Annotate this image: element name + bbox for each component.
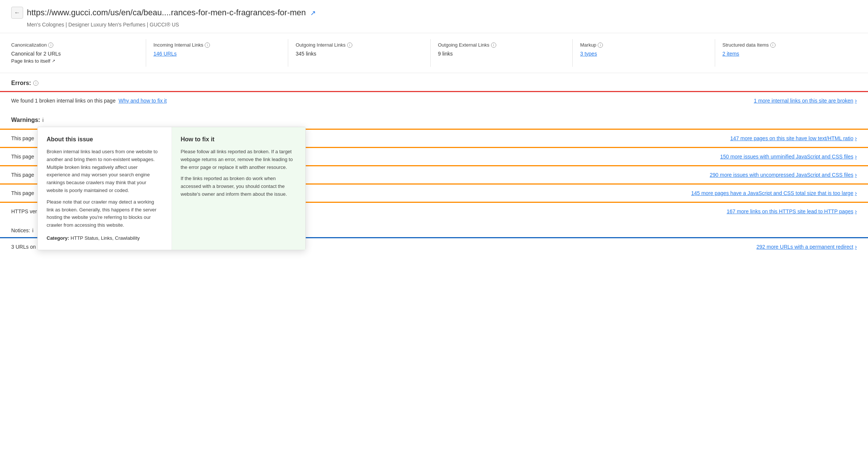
info-icon-outgoing-ext[interactable]: i xyxy=(491,43,496,48)
metric-label-markup: Markup xyxy=(580,42,596,48)
tooltip-right-panel: How to fix it Please follow all links re… xyxy=(172,127,306,250)
chevron-right-icon-w3: › xyxy=(855,190,857,196)
warning-4-right-text: 167 more links on this HTTPS site lead t… xyxy=(727,208,853,214)
error-row-0: We found 1 broken internal links on this… xyxy=(0,91,868,109)
chevron-right-icon-w4: › xyxy=(855,208,857,215)
tooltip-left-panel: About this issue Broken internal links l… xyxy=(38,127,172,250)
metric-value-canonicalization: Canonical for 2 URLs xyxy=(11,51,138,57)
metric-outgoing-internal: Outgoing Internal Links i 345 links xyxy=(288,39,431,67)
metric-structured-data: Structured data Items i 2 items xyxy=(715,39,857,67)
metric-label-outgoing-ext: Outgoing External Links xyxy=(438,42,490,48)
info-icon-warnings[interactable]: i xyxy=(43,117,44,123)
chevron-right-icon-w0: › xyxy=(855,135,857,142)
errors-section-header: Errors: i xyxy=(0,73,868,91)
notice-0-right-text: 292 more URLs with a permanent redirect xyxy=(757,244,853,250)
chevron-right-icon-w1: › xyxy=(855,153,857,160)
tooltip-fix-p1: Please follow all links reported as brok… xyxy=(181,148,297,171)
info-icon-outgoing-int[interactable]: i xyxy=(347,43,352,48)
tooltip-fix-p2: If the links reported as broken do work … xyxy=(181,175,297,198)
error-row-left: We found 1 broken internal links on this… xyxy=(11,98,167,104)
error-description: We found 1 broken internal links on this… xyxy=(11,98,116,104)
chevron-right-icon: › xyxy=(855,97,857,104)
tooltip-category-value: HTTP Status, Links, Crawlability xyxy=(70,235,139,241)
metric-label-structured: Structured data Items xyxy=(723,42,769,48)
metric-label-canonicalization: Canonicalization xyxy=(11,42,47,48)
tooltip-popup: About this issue Broken internal links l… xyxy=(37,127,306,250)
tooltip-about-body: Broken internal links lead users from on… xyxy=(47,148,163,229)
warning-3-left-text: This page xyxy=(11,190,34,196)
tooltip-fix-body: Please follow all links reported as brok… xyxy=(181,148,297,198)
errors-title: Errors: xyxy=(11,80,31,86)
warning-2-left-text: This page xyxy=(11,172,34,178)
tooltip-category: Category: HTTP Status, Links, Crawlabili… xyxy=(47,235,163,241)
tooltip-about-title: About this issue xyxy=(47,136,163,143)
page-url: https://www.gucci.com/us/en/ca/beau....r… xyxy=(27,8,316,18)
metric-value-markup[interactable]: 3 types xyxy=(580,51,707,57)
metric-value-outgoing-ext: 9 links xyxy=(438,51,565,57)
metric-sub-canonicalization[interactable]: Page links to itself ↗ xyxy=(11,58,138,64)
metric-label-outgoing-int: Outgoing Internal Links xyxy=(296,42,346,48)
metric-incoming-internal: Incoming Internal Links i 146 URLs xyxy=(146,39,289,67)
info-icon-errors[interactable]: i xyxy=(33,81,38,86)
warning-4-left-text: HTTPS ver xyxy=(11,208,37,214)
metric-markup: Markup i 3 types xyxy=(573,39,715,67)
warning-3-right-text: 145 more pages have a JavaScript and CSS… xyxy=(691,190,853,196)
warning-row-0-right[interactable]: 147 more pages on this site have low tex… xyxy=(730,135,857,142)
tooltip-category-label: Category: xyxy=(47,235,69,241)
warning-0-right-text: 147 more pages on this site have low tex… xyxy=(730,135,853,141)
warning-1-right-text: 150 more issues with unminified JavaScri… xyxy=(720,154,853,160)
back-arrow-icon: ← xyxy=(14,9,20,16)
notices-title: Notices: xyxy=(11,227,30,233)
chevron-right-icon-n0: › xyxy=(855,243,857,250)
info-icon-structured[interactable]: i xyxy=(770,43,776,48)
page-subtitle: Men's Colognes | Designer Luxury Men's P… xyxy=(0,21,868,33)
metric-canonicalization: Canonicalization i Canonical for 2 URLs … xyxy=(11,39,146,67)
chevron-right-icon-w2: › xyxy=(855,172,857,178)
info-icon-markup[interactable]: i xyxy=(598,43,603,48)
info-icon-incoming[interactable]: i xyxy=(205,43,210,48)
warning-2-right-text: 290 more issues with uncompressed JavaSc… xyxy=(710,172,853,178)
info-icon-notices[interactable]: i xyxy=(32,227,34,233)
metric-outgoing-external: Outgoing External Links i 9 links xyxy=(431,39,573,67)
tooltip-body-p1: Broken internal links lead users from on… xyxy=(47,148,163,195)
external-link-icon[interactable]: ↗ xyxy=(310,9,316,17)
metrics-row: Canonicalization i Canonical for 2 URLs … xyxy=(0,33,868,73)
page-links-self-icon: ↗ xyxy=(52,59,55,63)
metric-value-outgoing-int: 345 links xyxy=(296,51,423,57)
why-fix-link-error[interactable]: Why and how to fix it xyxy=(119,98,167,104)
back-button[interactable]: ← xyxy=(11,7,23,19)
error-row-right[interactable]: 1 more internal links on this site are b… xyxy=(754,97,857,104)
warning-0-left-text: This page xyxy=(11,135,34,141)
error-site-wide-text: 1 more internal links on this site are b… xyxy=(754,98,853,104)
warnings-section-header: Warnings: i xyxy=(0,111,868,129)
metric-value-structured[interactable]: 2 items xyxy=(723,51,850,57)
metric-label-incoming: Incoming Internal Links xyxy=(154,42,204,48)
tooltip-fix-title: How to fix it xyxy=(181,136,297,143)
metric-value-incoming[interactable]: 146 URLs xyxy=(154,51,281,57)
tooltip-body-p2: Please note that our crawler may detect … xyxy=(47,198,163,229)
warnings-title: Warnings: xyxy=(11,117,40,123)
warning-1-left-text: This page xyxy=(11,154,34,160)
info-icon-canonicalization[interactable]: i xyxy=(48,43,53,48)
warning-row-0-left: This page xyxy=(11,135,34,141)
